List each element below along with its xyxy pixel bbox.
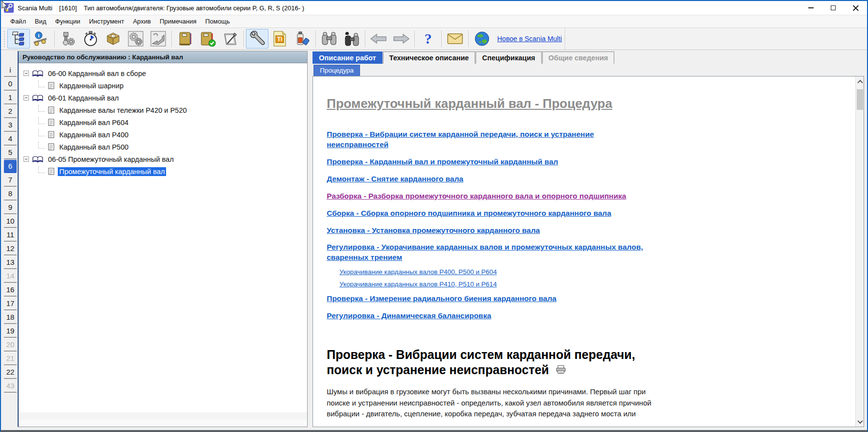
menu-functions[interactable]: Функции <box>51 16 85 27</box>
content-scrollbar[interactable] <box>855 76 864 427</box>
tree-node-06-01[interactable]: 06-01 Карданный вал <box>24 92 305 104</box>
print-icon[interactable] <box>556 362 566 378</box>
gears-catalog-button[interactable] <box>124 29 147 49</box>
subtab-procedure[interactable]: Процедура <box>313 65 360 76</box>
whats-new-link[interactable]: Новое в Scania Multi <box>497 35 562 43</box>
maximize-button[interactable] <box>822 1 844 15</box>
vehicle-info-button[interactable]: i <box>30 29 52 49</box>
notes-button[interactable] <box>219 29 241 49</box>
parts-button[interactable] <box>102 29 124 49</box>
menu-file[interactable]: Файл <box>6 16 30 27</box>
navigation-panel: Руководство по обслуживанию : Карданный … <box>18 51 308 427</box>
link-shortening-p400[interactable]: Укорачивание карданных валов P400, P500 … <box>339 268 663 277</box>
svg-text:?: ? <box>425 31 432 47</box>
search-results-button[interactable] <box>340 29 363 49</box>
section-button-11[interactable]: 11 <box>4 229 17 242</box>
section-button-7[interactable]: 7 <box>4 174 17 187</box>
link-assembly[interactable]: Сборка - Сборка опорного подшипника и пр… <box>327 208 650 219</box>
search-button[interactable] <box>318 29 340 49</box>
section-button-16[interactable]: 16 <box>4 283 17 297</box>
link-shortening[interactable]: Регулировка - Укорачивание карданных вал… <box>327 242 650 263</box>
collapse-icon[interactable] <box>24 95 29 101</box>
section-button-6-selected[interactable]: 6 <box>4 160 17 173</box>
section-button-5[interactable]: 5 <box>4 146 17 159</box>
body-paragraph: Шумы и вибрация в грузовике могут быть в… <box>327 386 660 421</box>
section-button-i[interactable]: i <box>4 64 17 77</box>
section-button-0[interactable]: 0 <box>4 77 17 91</box>
service-work-button[interactable] <box>246 29 268 49</box>
section-button-10[interactable]: 10 <box>4 215 17 228</box>
link-runout-check[interactable]: Проверка - Измерение радиального биения … <box>327 294 650 304</box>
link-removal[interactable]: Демонтаж - Снятие карданного вала <box>327 174 650 184</box>
web-button[interactable] <box>471 29 493 49</box>
forward-button[interactable] <box>390 29 412 49</box>
link-dynamic-balancing[interactable]: Регулировка - Динамическая балансировка <box>327 311 650 321</box>
tree-node-val-p500[interactable]: Карданный вал P500 <box>24 141 305 153</box>
manual-checked-button[interactable] <box>196 29 219 49</box>
minimize-button[interactable] <box>799 1 822 15</box>
tree-node-val-p400[interactable]: Карданный вал P400 <box>24 128 305 141</box>
lubricants-button[interactable] <box>291 29 313 49</box>
tree-node-promezhutochny-val-selected[interactable]: Промежуточный карданный вал <box>24 165 305 178</box>
section-heading: Проверка - Вибрации систем карданной пер… <box>327 347 670 378</box>
technical-info-button[interactable]: Ti <box>268 29 291 49</box>
document-icon <box>48 82 54 89</box>
engine-data-button[interactable] <box>57 29 79 49</box>
section-button-13[interactable]: 13 <box>4 256 17 269</box>
collapse-icon[interactable] <box>24 156 29 162</box>
tree-node-06-00[interactable]: 06-00 Карданный вал в сборе <box>24 67 305 79</box>
exhaust-catalog-button[interactable] <box>147 29 169 49</box>
link-shortening-p410[interactable]: Укорачивание карданных валов P410, P510 … <box>339 280 663 289</box>
mail-button[interactable] <box>444 29 466 49</box>
section-button-4[interactable]: 4 <box>4 132 17 146</box>
menu-view[interactable]: Вид <box>30 16 51 27</box>
tab-technical-description[interactable]: Техническое описание <box>383 51 476 64</box>
subtab-bar: Процедура <box>313 64 864 76</box>
scroll-down-arrow[interactable] <box>856 417 864 426</box>
menu-tool[interactable]: Инструмент <box>85 16 129 27</box>
tree-node-val-p604[interactable]: Карданный вал P604 <box>24 116 305 128</box>
section-button-22[interactable]: 22 <box>4 366 17 379</box>
section-button-19[interactable]: 19 <box>4 325 17 338</box>
scrollbar-thumb[interactable] <box>857 89 863 110</box>
menu-bar: Файл Вид Функции Инструмент Архив Примеч… <box>1 15 867 27</box>
notepad-pen-icon <box>222 31 238 47</box>
tree-node-06-05[interactable]: 06-05 Промежуточный карданный вал <box>24 153 305 165</box>
link-installation[interactable]: Установка - Установка промежуточного кар… <box>327 226 650 236</box>
standard-times-button[interactable] <box>79 29 102 49</box>
section-button-18[interactable]: 18 <box>4 311 17 324</box>
document-tree: 06-00 Карданный вал в сборе Карданный ша… <box>19 63 307 427</box>
section-button-12[interactable]: 12 <box>4 242 17 255</box>
manual-button[interactable] <box>174 29 196 49</box>
section-button-1[interactable]: 1 <box>4 91 17 104</box>
procedure-link-list: Проверка - Вибрации систем карданной пер… <box>327 126 840 325</box>
back-button[interactable] <box>367 29 390 49</box>
section-button-8[interactable]: 8 <box>4 187 17 201</box>
menu-notes[interactable]: Примечания <box>155 16 201 27</box>
link-disassembly[interactable]: Разборка - Разборка промежуточного карда… <box>327 191 650 202</box>
tab-work-description[interactable]: Описание работ <box>313 51 383 64</box>
panel-splitter[interactable] <box>308 51 313 427</box>
menu-archive[interactable]: Архив <box>128 16 155 27</box>
section-number-strip: i 0 1 2 3 4 5 6 7 8 9 10 11 12 13 14 16 … <box>3 51 18 427</box>
tree-node-valy-telezhki[interactable]: Карданные валы тележки P420 и P520 <box>24 104 305 116</box>
collapse-icon[interactable] <box>24 71 29 76</box>
close-button[interactable] <box>844 1 867 15</box>
tree-node-kardanny-sharnir[interactable]: Карданный шарнир <box>24 79 305 92</box>
section-button-17[interactable]: 17 <box>4 297 17 310</box>
tab-specification[interactable]: Спецификация <box>476 51 541 64</box>
scroll-up-arrow[interactable] <box>856 77 864 86</box>
menu-help[interactable]: Помощь <box>201 16 234 27</box>
navigator-button[interactable] <box>7 29 30 49</box>
section-button-2[interactable]: 2 <box>4 105 17 118</box>
tree-connector <box>38 105 45 112</box>
link-shaft-check[interactable]: Проверка - Карданный вал и промежуточный… <box>327 157 650 167</box>
document-icon <box>48 119 54 126</box>
book-icon <box>177 31 193 47</box>
help-button[interactable]: ? <box>417 29 439 49</box>
link-vibration-check[interactable]: Проверка - Вибрации систем карданной пер… <box>327 129 650 150</box>
section-button-9[interactable]: 9 <box>4 201 17 214</box>
page-title[interactable]: Промежуточный карданный вал - Процедура <box>327 96 840 111</box>
navigator-icon <box>11 31 26 47</box>
section-button-3[interactable]: 3 <box>4 119 17 132</box>
